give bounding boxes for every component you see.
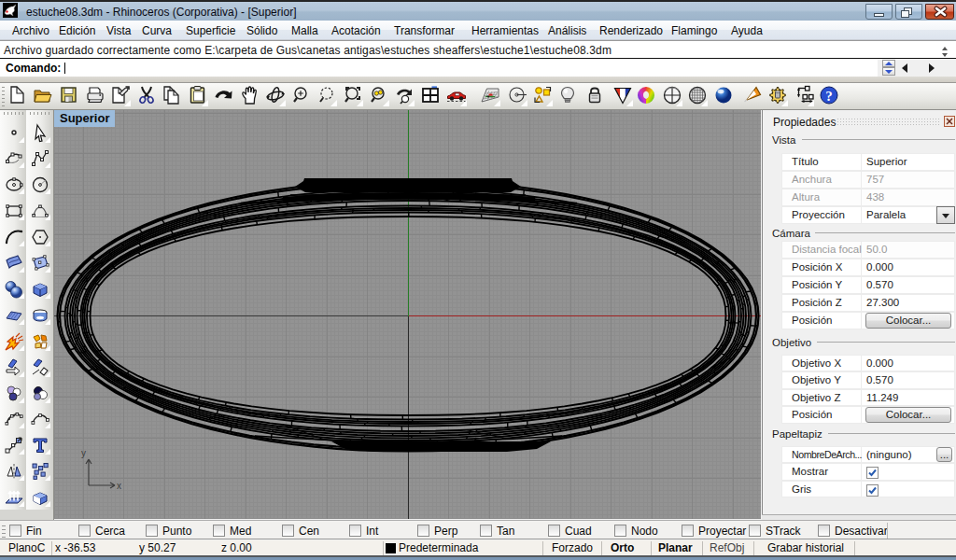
svg-text:x: x	[117, 481, 121, 491]
svg-text:?: ?	[825, 89, 833, 104]
svg-text:y: y	[81, 448, 86, 458]
